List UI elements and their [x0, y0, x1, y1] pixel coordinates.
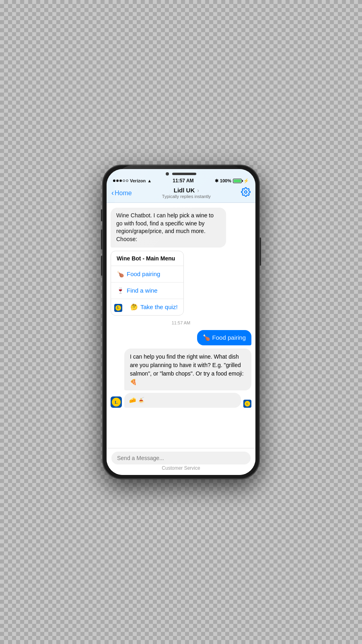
- status-right: ✱ 100% ⚡: [215, 178, 249, 184]
- message-input-row: [111, 452, 251, 464]
- message-input[interactable]: [111, 452, 251, 464]
- bot-intro-message: Wine Chatbot. I can help pick a wine to …: [111, 208, 226, 247]
- lidl-avatar-menu: L: [114, 304, 122, 312]
- bot-response-text: I can help you find the right wine. What…: [124, 349, 251, 390]
- phone-frame: Verizon ▲ 11:57 AM ✱ 100% ⚡ ‹ Home: [103, 165, 259, 479]
- status-left: Verizon ▲: [113, 178, 152, 183]
- signal-dot-1: [113, 180, 115, 182]
- speaker: [172, 173, 196, 175]
- navigation-bar: ‹ Home Lidl UK › Typically replies insta…: [107, 184, 255, 203]
- menu-card: Wine Bot - Main Menu 🍗 Food pairing 🍷 Fi…: [111, 251, 184, 316]
- battery-body: [233, 179, 242, 183]
- signal-dot-4: [123, 180, 125, 182]
- signal-strength: [113, 180, 128, 182]
- lidl-logo-l: L: [115, 400, 117, 405]
- user-message-food-pairing: 🍗 Food pairing: [197, 330, 251, 345]
- status-bar: Verizon ▲ 11:57 AM ✱ 100% ⚡: [107, 177, 255, 184]
- phone-screen: Verizon ▲ 11:57 AM ✱ 100% ⚡ ‹ Home: [107, 169, 255, 475]
- settings-button[interactable]: [241, 187, 251, 199]
- find-wine-label: Find a wine: [127, 287, 158, 294]
- lidl-avatar: L: [111, 396, 122, 408]
- menu-item-quiz[interactable]: 🤔 Take the quiz!: [125, 299, 183, 315]
- food-pairing-emoji: 🍗: [117, 270, 124, 278]
- lidl-corner-l: L: [247, 402, 249, 405]
- find-wine-emoji: 🍷: [117, 287, 124, 294]
- quiz-label: Take the quiz!: [140, 303, 178, 310]
- phone-top-decoration: [107, 169, 255, 177]
- message-timestamp: 11:57 AM: [111, 319, 251, 327]
- menu-item-food-pairing[interactable]: 🍗 Food pairing: [111, 266, 183, 283]
- charging-icon: ⚡: [243, 178, 249, 184]
- back-chevron-icon: ‹: [111, 189, 114, 197]
- gear-icon: [241, 187, 251, 197]
- customer-service-label: Customer Service: [111, 464, 251, 472]
- volume-up-button[interactable]: [101, 229, 103, 250]
- back-label[interactable]: Home: [115, 190, 132, 197]
- lidl-logo-text: L: [117, 306, 119, 310]
- bot-emojis: 🧀 🍝: [129, 397, 144, 403]
- wifi-icon: ▲: [147, 178, 152, 183]
- chat-area: Wine Chatbot. I can help pick a wine to …: [107, 203, 255, 448]
- bottom-section: Customer Service: [107, 448, 255, 475]
- power-button[interactable]: [259, 237, 261, 266]
- bot-intro-text: Wine Chatbot. I can help pick a wine to …: [116, 212, 214, 242]
- signal-dot-5: [126, 180, 128, 182]
- battery-indicator: [233, 179, 242, 183]
- camera: [166, 172, 169, 175]
- volume-down-button[interactable]: [101, 256, 103, 276]
- status-time: 11:57 AM: [173, 178, 193, 184]
- signal-dot-3: [119, 180, 122, 182]
- menu-item-find-wine[interactable]: 🍷 Find a wine: [111, 283, 183, 299]
- bot-response-content: I can help you find the right wine. What…: [130, 353, 244, 385]
- carrier-label: Verizon: [130, 178, 146, 183]
- page-subtitle: Typically replies instantly: [162, 194, 211, 199]
- title-chevron-icon: ›: [197, 187, 199, 194]
- back-button[interactable]: ‹ Home: [111, 189, 132, 197]
- signal-dot-2: [116, 180, 119, 182]
- quiz-emoji: 🤔: [130, 303, 138, 311]
- mute-button[interactable]: [101, 209, 103, 221]
- battery-fill: [234, 180, 241, 182]
- menu-title: Wine Bot - Main Menu: [111, 251, 183, 266]
- bluetooth-icon: ✱: [215, 178, 218, 184]
- lidl-corner-icon: L: [243, 400, 251, 408]
- battery-percent: 100%: [220, 178, 231, 183]
- nav-center: Lidl UK › Typically replies instantly: [162, 187, 211, 199]
- page-title: Lidl UK: [174, 187, 195, 194]
- bot-emoji-options: 🧀 🍝: [124, 393, 241, 408]
- food-pairing-label: Food pairing: [127, 270, 160, 277]
- user-message-text: 🍗 Food pairing: [203, 334, 246, 341]
- bot-response-row: L I can help you find the right wine. Wh…: [111, 349, 251, 408]
- svg-point-0: [245, 191, 247, 193]
